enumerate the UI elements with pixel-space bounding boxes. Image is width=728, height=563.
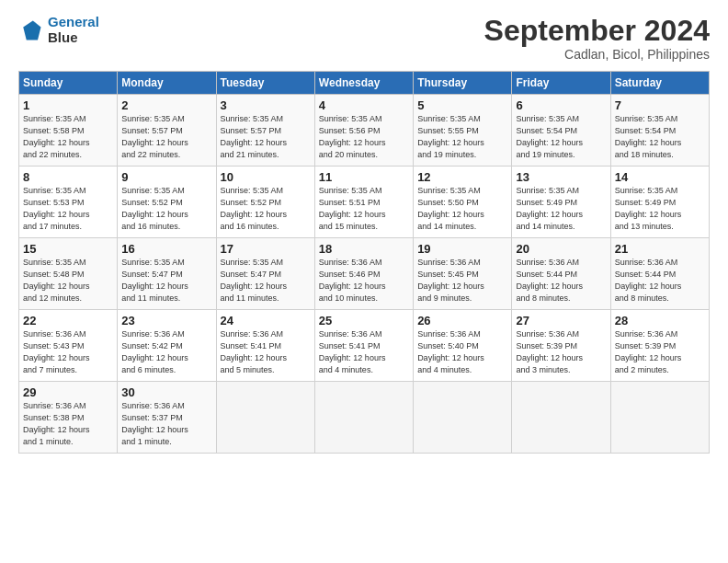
day-15: 15 Sunrise: 5:35 AMSunset: 5:48 PMDaylig… xyxy=(19,238,118,310)
table-row: 8 Sunrise: 5:35 AMSunset: 5:53 PMDayligh… xyxy=(19,167,710,238)
day-18: 18 Sunrise: 5:36 AMSunset: 5:46 PMDaylig… xyxy=(314,238,413,310)
col-friday: Friday xyxy=(512,72,610,95)
col-sunday: Sunday xyxy=(19,72,118,95)
location-subtitle: Cadlan, Bicol, Philippines xyxy=(484,47,710,62)
col-saturday: Saturday xyxy=(610,72,709,95)
day-6: 6 Sunrise: 5:35 AMSunset: 5:54 PMDayligh… xyxy=(512,95,610,167)
empty-cell xyxy=(512,382,610,454)
day-12: 12 Sunrise: 5:35 AMSunset: 5:50 PMDaylig… xyxy=(414,167,512,238)
day-16: 16 Sunrise: 5:35 AMSunset: 5:47 PMDaylig… xyxy=(118,238,216,310)
day-8: 8 Sunrise: 5:35 AMSunset: 5:53 PMDayligh… xyxy=(19,167,118,238)
col-monday: Monday xyxy=(118,72,216,95)
day-10: 10 Sunrise: 5:35 AMSunset: 5:52 PMDaylig… xyxy=(216,167,314,238)
logo-line1: General xyxy=(48,14,99,29)
empty-cell xyxy=(414,382,512,454)
col-tuesday: Tuesday xyxy=(216,72,314,95)
table-row: 15 Sunrise: 5:35 AMSunset: 5:48 PMDaylig… xyxy=(19,238,710,310)
day-30: 30 Sunrise: 5:36 AMSunset: 5:37 PMDaylig… xyxy=(118,382,216,454)
empty-cell xyxy=(216,382,314,454)
day-29: 29 Sunrise: 5:36 AMSunset: 5:38 PMDaylig… xyxy=(19,382,118,454)
page-header: General Blue September 2024 Cadlan, Bico… xyxy=(18,15,710,62)
day-14: 14 Sunrise: 5:35 AMSunset: 5:49 PMDaylig… xyxy=(610,167,709,238)
month-title: September 2024 xyxy=(484,15,710,47)
table-row: 22 Sunrise: 5:36 AMSunset: 5:43 PMDaylig… xyxy=(19,310,710,382)
logo: General Blue xyxy=(18,15,99,45)
title-area: September 2024 Cadlan, Bicol, Philippine… xyxy=(484,15,710,62)
logo-icon xyxy=(18,17,44,43)
day-20: 20 Sunrise: 5:36 AMSunset: 5:44 PMDaylig… xyxy=(512,238,610,310)
svg-marker-0 xyxy=(23,20,40,40)
day-19: 19 Sunrise: 5:36 AMSunset: 5:45 PMDaylig… xyxy=(414,238,512,310)
empty-cell xyxy=(314,382,413,454)
table-row: 1 Sunrise: 5:35 AMSunset: 5:58 PMDayligh… xyxy=(19,95,710,167)
empty-cell xyxy=(610,382,709,454)
day-21: 21 Sunrise: 5:36 AMSunset: 5:44 PMDaylig… xyxy=(610,238,709,310)
calendar-header-row: Sunday Monday Tuesday Wednesday Thursday… xyxy=(19,72,710,95)
day-13: 13 Sunrise: 5:35 AMSunset: 5:49 PMDaylig… xyxy=(512,167,610,238)
page-container: General Blue September 2024 Cadlan, Bico… xyxy=(0,0,728,463)
day-23: 23 Sunrise: 5:36 AMSunset: 5:42 PMDaylig… xyxy=(118,310,216,382)
day-26: 26 Sunrise: 5:36 AMSunset: 5:40 PMDaylig… xyxy=(414,310,512,382)
day-11: 11 Sunrise: 5:35 AMSunset: 5:51 PMDaylig… xyxy=(314,167,413,238)
day-17: 17 Sunrise: 5:35 AMSunset: 5:47 PMDaylig… xyxy=(216,238,314,310)
day-2: 2 Sunrise: 5:35 AMSunset: 5:57 PMDayligh… xyxy=(118,95,216,167)
logo-text: General Blue xyxy=(48,15,99,45)
col-wednesday: Wednesday xyxy=(314,72,413,95)
calendar-table: Sunday Monday Tuesday Wednesday Thursday… xyxy=(18,71,710,454)
table-row: 29 Sunrise: 5:36 AMSunset: 5:38 PMDaylig… xyxy=(19,382,710,454)
day-5: 5 Sunrise: 5:35 AMSunset: 5:55 PMDayligh… xyxy=(414,95,512,167)
day-7: 7 Sunrise: 5:35 AMSunset: 5:54 PMDayligh… xyxy=(610,95,709,167)
day-27: 27 Sunrise: 5:36 AMSunset: 5:39 PMDaylig… xyxy=(512,310,610,382)
day-24: 24 Sunrise: 5:36 AMSunset: 5:41 PMDaylig… xyxy=(216,310,314,382)
logo-line2: Blue xyxy=(48,30,99,46)
day-9: 9 Sunrise: 5:35 AMSunset: 5:52 PMDayligh… xyxy=(118,167,216,238)
day-22: 22 Sunrise: 5:36 AMSunset: 5:43 PMDaylig… xyxy=(19,310,118,382)
day-28: 28 Sunrise: 5:36 AMSunset: 5:39 PMDaylig… xyxy=(610,310,709,382)
col-thursday: Thursday xyxy=(414,72,512,95)
day-25: 25 Sunrise: 5:36 AMSunset: 5:41 PMDaylig… xyxy=(314,310,413,382)
day-3: 3 Sunrise: 5:35 AMSunset: 5:57 PMDayligh… xyxy=(216,95,314,167)
day-1: 1 Sunrise: 5:35 AMSunset: 5:58 PMDayligh… xyxy=(19,95,118,167)
day-4: 4 Sunrise: 5:35 AMSunset: 5:56 PMDayligh… xyxy=(314,95,413,167)
